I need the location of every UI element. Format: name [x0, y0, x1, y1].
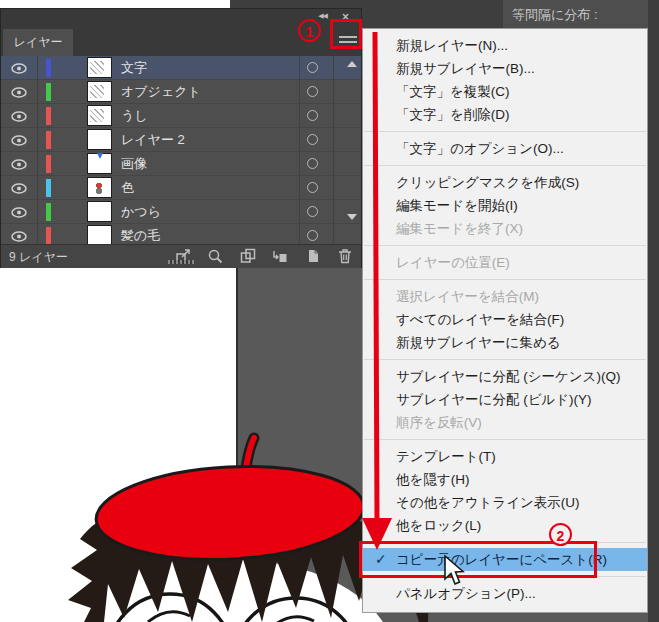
menu-item-delete[interactable]: 「文字」を削除(D): [363, 103, 647, 126]
layer-thumbnail[interactable]: [87, 153, 112, 174]
menu-item-reverse-order: 順序を反転(V): [363, 411, 647, 434]
menu-separator: [364, 279, 646, 280]
layer-color-bar: [46, 155, 51, 173]
target-circle-icon[interactable]: [307, 62, 318, 73]
layer-name[interactable]: かつら: [121, 200, 161, 224]
menu-item-paste-remembers-layers[interactable]: ✓コピー元のレイヤーにペースト(R): [363, 548, 647, 571]
menu-item-outline-others[interactable]: その他をアウトライン表示(U): [363, 491, 647, 514]
layer-row[interactable]: うし: [1, 104, 361, 128]
layer-row[interactable]: 髪の毛: [1, 224, 361, 244]
target-circle-icon[interactable]: [307, 206, 318, 217]
layer-name[interactable]: 色: [121, 176, 134, 200]
layer-name[interactable]: 文字: [121, 56, 147, 80]
new-sublayer-icon[interactable]: [272, 248, 288, 264]
layer-row[interactable]: 文字: [1, 56, 361, 80]
menu-item-new-layer[interactable]: 新規レイヤー(N)...: [363, 34, 647, 57]
layer-thumbnail[interactable]: [87, 57, 112, 78]
visibility-eye-icon[interactable]: [1, 224, 38, 244]
target-circle-icon[interactable]: [307, 158, 318, 169]
scroll-up-icon[interactable]: [347, 61, 357, 67]
visibility-eye-icon[interactable]: [1, 56, 38, 80]
locate-object-icon[interactable]: [207, 248, 223, 264]
layer-name[interactable]: レイヤー 2: [121, 128, 185, 152]
menu-separator: [364, 131, 646, 132]
layer-color-bar: [46, 107, 51, 125]
layer-color-bar: [46, 203, 51, 221]
layer-thumbnail[interactable]: [87, 105, 112, 126]
menu-separator: [364, 245, 646, 246]
mouse-cursor: [443, 555, 465, 587]
menu-item-enter-isolation-mode[interactable]: 編集モードを開始(I): [363, 194, 647, 217]
annotation-step-1: 1: [298, 19, 321, 42]
annotation-box-flyout-icon: [330, 19, 362, 49]
menu-item-hide-others[interactable]: 他を隠す(H): [363, 468, 647, 491]
menu-item-release-to-layers-sequence[interactable]: サブレイヤーに分配 (シーケンス)(Q): [363, 365, 647, 388]
layer-row[interactable]: オブジェクト: [1, 80, 361, 104]
layer-thumbnail[interactable]: [87, 81, 112, 102]
menu-item-locate-layer: レイヤーの位置(E): [363, 251, 647, 274]
menu-item-lock-others[interactable]: 他をロック(L): [363, 514, 647, 537]
layer-name[interactable]: 画像: [121, 152, 147, 176]
menu-item-release-to-layers-build[interactable]: サブレイヤーに分配 (ビルド)(Y): [363, 388, 647, 411]
new-layer-icon[interactable]: [305, 248, 321, 264]
collapse-panel-icon[interactable]: ◀◀: [318, 12, 327, 20]
menu-separator: [364, 359, 646, 360]
target-circle-icon[interactable]: [307, 230, 318, 241]
menu-item-merge-selected: 選択レイヤーを結合(M): [363, 285, 647, 308]
illustrator-screen: 等間隔に分布 : ◀◀ × レイヤー 文字: [0, 0, 659, 622]
layer-thumbnail[interactable]: [87, 177, 112, 198]
layer-thumbnail[interactable]: [87, 129, 112, 150]
menu-item-make-clipping-mask[interactable]: クリッピングマスクを作成(S): [363, 171, 647, 194]
layer-thumbnail[interactable]: [87, 225, 112, 244]
annotation-step-2: 2: [549, 523, 572, 546]
menu-item-flatten-artwork[interactable]: すべてのレイヤーを結合(F): [363, 308, 647, 331]
menu-item-options[interactable]: 「文字」のオプション(O)...: [363, 137, 647, 160]
layer-list: 文字 オブジェクト うし: [1, 56, 361, 244]
layers-flyout-menu: 新規レイヤー(N)... 新規サブレイヤー(B)... 「文字」を複製(C) 「…: [362, 28, 648, 613]
menu-item-collect-in-new-layer[interactable]: 新規サブレイヤーに集める: [363, 331, 647, 354]
tab-layers[interactable]: レイヤー: [3, 29, 73, 56]
panel-status-bar: 9 レイヤー: [1, 244, 361, 268]
annotation-arrow: [358, 32, 398, 556]
layer-row[interactable]: かつら: [1, 200, 361, 224]
layer-count: 9 レイヤー: [9, 249, 68, 266]
menu-separator: [364, 439, 646, 440]
visibility-eye-icon[interactable]: [1, 152, 38, 176]
layer-color-bar: [46, 131, 51, 149]
target-circle-icon[interactable]: [307, 134, 318, 145]
visibility-eye-icon[interactable]: [1, 128, 38, 152]
visibility-eye-icon[interactable]: [1, 200, 38, 224]
layer-name[interactable]: うし: [121, 104, 148, 128]
layer-color-bar: [46, 227, 51, 244]
target-circle-icon[interactable]: [307, 182, 318, 193]
layer-row[interactable]: 画像: [1, 152, 361, 176]
scroll-down-icon[interactable]: [347, 214, 357, 220]
layer-color-bar: [46, 83, 51, 101]
target-circle-icon[interactable]: [307, 110, 318, 121]
dock-edge: [648, 0, 659, 622]
layer-row[interactable]: レイヤー 2: [1, 128, 361, 152]
visibility-eye-icon[interactable]: [1, 80, 38, 104]
menu-item-panel-options[interactable]: パネルオプション(P)...: [363, 582, 647, 605]
menu-item-new-sublayer[interactable]: 新規サブレイヤー(B)...: [363, 57, 647, 80]
menu-item-duplicate[interactable]: 「文字」を複製(C): [363, 80, 647, 103]
menu-item-exit-isolation-mode: 編集モードを終了(X): [363, 217, 647, 240]
clipping-mask-icon[interactable]: [240, 248, 256, 264]
menu-item-template[interactable]: テンプレート(T): [363, 445, 647, 468]
visibility-eye-icon[interactable]: [1, 104, 38, 128]
delete-layer-trash-icon[interactable]: [337, 248, 353, 264]
layer-name[interactable]: オブジェクト: [121, 80, 201, 104]
layer-name[interactable]: 髪の毛: [121, 224, 160, 244]
distribute-spacing-label: 等間隔に分布 :: [512, 6, 598, 24]
target-circle-icon[interactable]: [307, 86, 318, 97]
layer-color-bar: [46, 59, 51, 77]
layers-panel: ◀◀ × レイヤー 文字 オブジェクト: [0, 8, 362, 268]
menu-separator: [364, 165, 646, 166]
layer-row[interactable]: 色: [1, 176, 361, 200]
layer-color-bar: [46, 179, 51, 197]
layer-thumbnail[interactable]: [87, 201, 112, 222]
visibility-eye-icon[interactable]: [1, 176, 38, 200]
panel-resize-grip[interactable]: [168, 260, 194, 264]
